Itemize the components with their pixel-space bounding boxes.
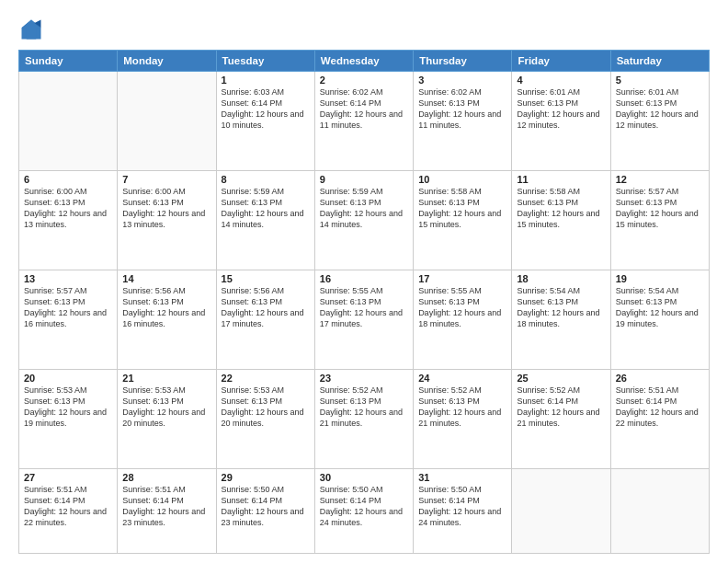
calendar-cell: 7Sunrise: 6:00 AM Sunset: 6:13 PM Daylig… — [118, 170, 216, 270]
day-info: Sunrise: 5:52 AM Sunset: 6:14 PM Dayligh… — [517, 385, 605, 430]
day-info: Sunrise: 5:58 AM Sunset: 6:13 PM Dayligh… — [517, 186, 605, 231]
calendar-cell: 15Sunrise: 5:56 AM Sunset: 6:13 PM Dayli… — [216, 270, 314, 369]
day-number: 27 — [24, 472, 112, 483]
calendar-cell — [118, 72, 216, 171]
calendar-cell: 20Sunrise: 5:53 AM Sunset: 6:13 PM Dayli… — [19, 369, 118, 468]
day-number: 5 — [616, 75, 704, 86]
day-number: 22 — [222, 373, 310, 384]
day-info: Sunrise: 5:52 AM Sunset: 6:13 PM Dayligh… — [320, 385, 408, 430]
day-info: Sunrise: 5:58 AM Sunset: 6:13 PM Dayligh… — [418, 186, 506, 231]
day-number: 15 — [222, 273, 310, 284]
calendar-cell: 4Sunrise: 6:01 AM Sunset: 6:13 PM Daylig… — [512, 72, 610, 171]
calendar-cell: 19Sunrise: 5:54 AM Sunset: 6:13 PM Dayli… — [610, 270, 709, 369]
day-number: 19 — [616, 273, 704, 284]
day-info: Sunrise: 5:50 AM Sunset: 6:14 PM Dayligh… — [320, 484, 408, 529]
day-number: 13 — [24, 273, 112, 284]
day-info: Sunrise: 5:53 AM Sunset: 6:13 PM Dayligh… — [222, 385, 310, 430]
calendar-cell: 30Sunrise: 5:50 AM Sunset: 6:14 PM Dayli… — [314, 468, 413, 553]
day-number: 3 — [418, 75, 506, 86]
day-number: 12 — [616, 174, 704, 185]
calendar-cell: 12Sunrise: 5:57 AM Sunset: 6:13 PM Dayli… — [610, 170, 709, 270]
day-info: Sunrise: 5:59 AM Sunset: 6:13 PM Dayligh… — [222, 186, 310, 231]
day-info: Sunrise: 5:51 AM Sunset: 6:14 PM Dayligh… — [616, 385, 704, 430]
day-info: Sunrise: 5:53 AM Sunset: 6:13 PM Dayligh… — [122, 385, 210, 430]
day-number: 18 — [517, 273, 605, 284]
day-info: Sunrise: 5:55 AM Sunset: 6:13 PM Dayligh… — [320, 285, 408, 330]
calendar-cell: 17Sunrise: 5:55 AM Sunset: 6:13 PM Dayli… — [414, 270, 512, 369]
day-number: 14 — [122, 273, 210, 284]
calendar-week-1: 1Sunrise: 6:03 AM Sunset: 6:14 PM Daylig… — [19, 72, 710, 171]
calendar-cell: 23Sunrise: 5:52 AM Sunset: 6:13 PM Dayli… — [314, 369, 413, 468]
calendar-week-5: 27Sunrise: 5:51 AM Sunset: 6:14 PM Dayli… — [19, 468, 710, 553]
calendar-cell: 14Sunrise: 5:56 AM Sunset: 6:13 PM Dayli… — [118, 270, 216, 369]
day-info: Sunrise: 5:51 AM Sunset: 6:14 PM Dayligh… — [122, 484, 210, 529]
day-number: 9 — [320, 174, 408, 185]
calendar-cell: 22Sunrise: 5:53 AM Sunset: 6:13 PM Dayli… — [216, 369, 314, 468]
calendar-cell: 21Sunrise: 5:53 AM Sunset: 6:13 PM Dayli… — [118, 369, 216, 468]
day-number: 24 — [418, 373, 506, 384]
day-number: 6 — [24, 174, 112, 185]
page: SundayMondayTuesdayWednesdayThursdayFrid… — [0, 0, 728, 563]
weekday-header-saturday: Saturday — [610, 51, 709, 72]
day-info: Sunrise: 6:00 AM Sunset: 6:13 PM Dayligh… — [24, 186, 112, 231]
day-info: Sunrise: 6:01 AM Sunset: 6:13 PM Dayligh… — [616, 86, 704, 132]
weekday-header-monday: Monday — [118, 51, 216, 72]
day-info: Sunrise: 5:56 AM Sunset: 6:13 PM Dayligh… — [122, 285, 210, 330]
weekday-header-friday: Friday — [512, 51, 610, 72]
day-info: Sunrise: 5:59 AM Sunset: 6:13 PM Dayligh… — [320, 186, 408, 231]
logo-icon — [18, 17, 44, 42]
weekday-header-thursday: Thursday — [414, 51, 512, 72]
calendar-week-4: 20Sunrise: 5:53 AM Sunset: 6:13 PM Dayli… — [19, 369, 710, 468]
calendar-week-2: 6Sunrise: 6:00 AM Sunset: 6:13 PM Daylig… — [19, 170, 710, 270]
calendar-cell: 6Sunrise: 6:00 AM Sunset: 6:13 PM Daylig… — [19, 170, 118, 270]
day-number: 30 — [320, 472, 408, 483]
calendar-cell: 16Sunrise: 5:55 AM Sunset: 6:13 PM Dayli… — [314, 270, 413, 369]
day-number: 7 — [122, 174, 210, 185]
day-info: Sunrise: 5:55 AM Sunset: 6:13 PM Dayligh… — [418, 285, 506, 330]
calendar-cell — [512, 468, 610, 553]
day-number: 4 — [517, 75, 605, 86]
calendar-week-3: 13Sunrise: 5:57 AM Sunset: 6:13 PM Dayli… — [19, 270, 710, 369]
weekday-header-wednesday: Wednesday — [314, 51, 413, 72]
calendar-cell: 11Sunrise: 5:58 AM Sunset: 6:13 PM Dayli… — [512, 170, 610, 270]
day-info: Sunrise: 5:57 AM Sunset: 6:13 PM Dayligh… — [24, 285, 112, 330]
day-number: 31 — [418, 472, 506, 483]
weekday-header-tuesday: Tuesday — [216, 51, 314, 72]
day-number: 20 — [24, 373, 112, 384]
calendar-cell — [19, 72, 118, 171]
calendar-cell: 8Sunrise: 5:59 AM Sunset: 6:13 PM Daylig… — [216, 170, 314, 270]
day-number: 10 — [418, 174, 506, 185]
day-info: Sunrise: 5:52 AM Sunset: 6:13 PM Dayligh… — [418, 385, 506, 430]
day-number: 8 — [222, 174, 310, 185]
calendar-cell: 31Sunrise: 5:50 AM Sunset: 6:14 PM Dayli… — [414, 468, 512, 553]
calendar-cell: 1Sunrise: 6:03 AM Sunset: 6:14 PM Daylig… — [216, 72, 314, 171]
day-info: Sunrise: 5:53 AM Sunset: 6:13 PM Dayligh… — [24, 385, 112, 430]
day-number: 17 — [418, 273, 506, 284]
day-info: Sunrise: 5:51 AM Sunset: 6:14 PM Dayligh… — [24, 484, 112, 529]
day-info: Sunrise: 6:02 AM Sunset: 6:14 PM Dayligh… — [320, 86, 408, 132]
day-number: 26 — [616, 373, 704, 384]
calendar-cell: 2Sunrise: 6:02 AM Sunset: 6:14 PM Daylig… — [314, 72, 413, 171]
day-info: Sunrise: 6:00 AM Sunset: 6:13 PM Dayligh… — [122, 186, 210, 231]
calendar-cell: 28Sunrise: 5:51 AM Sunset: 6:14 PM Dayli… — [118, 468, 216, 553]
calendar-cell: 3Sunrise: 6:02 AM Sunset: 6:13 PM Daylig… — [414, 72, 512, 171]
svg-rect-2 — [27, 29, 37, 40]
day-info: Sunrise: 5:56 AM Sunset: 6:13 PM Dayligh… — [222, 285, 310, 330]
calendar-cell: 25Sunrise: 5:52 AM Sunset: 6:14 PM Dayli… — [512, 369, 610, 468]
weekday-header-row: SundayMondayTuesdayWednesdayThursdayFrid… — [19, 51, 710, 72]
calendar-cell: 24Sunrise: 5:52 AM Sunset: 6:13 PM Dayli… — [414, 369, 512, 468]
day-number: 23 — [320, 373, 408, 384]
day-info: Sunrise: 6:03 AM Sunset: 6:14 PM Dayligh… — [222, 86, 310, 132]
day-info: Sunrise: 5:54 AM Sunset: 6:13 PM Dayligh… — [517, 285, 605, 330]
calendar-cell — [610, 468, 709, 553]
header — [18, 17, 710, 42]
day-number: 16 — [320, 273, 408, 284]
day-number: 21 — [122, 373, 210, 384]
day-number: 1 — [222, 75, 310, 86]
calendar-cell: 9Sunrise: 5:59 AM Sunset: 6:13 PM Daylig… — [314, 170, 413, 270]
calendar-table: SundayMondayTuesdayWednesdayThursdayFrid… — [18, 50, 710, 554]
calendar-cell: 26Sunrise: 5:51 AM Sunset: 6:14 PM Dayli… — [610, 369, 709, 468]
calendar-cell: 29Sunrise: 5:50 AM Sunset: 6:14 PM Dayli… — [216, 468, 314, 553]
calendar-cell: 18Sunrise: 5:54 AM Sunset: 6:13 PM Dayli… — [512, 270, 610, 369]
day-number: 28 — [122, 472, 210, 483]
